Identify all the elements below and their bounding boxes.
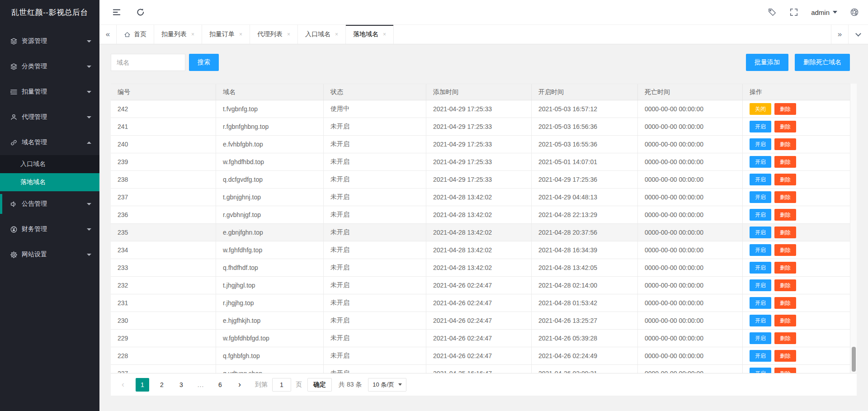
page-button-1[interactable]: 1 <box>136 378 149 392</box>
page-size-select[interactable]: 10 条/页 <box>368 378 406 392</box>
menu-fold-icon[interactable] <box>112 8 121 17</box>
sidebar-item-agent[interactable]: 代理管理 <box>0 104 99 130</box>
page-button-3[interactable]: 3 <box>175 378 188 392</box>
delete-button[interactable]: 删除 <box>774 138 796 150</box>
cell-dead-time: 0000-00-00 00:00:00 <box>638 118 743 135</box>
tab-agent-list[interactable]: 代理列表× <box>250 25 298 44</box>
sidebar-item-site[interactable]: 网站设置 <box>0 242 99 267</box>
delete-button[interactable]: 删除 <box>774 156 796 168</box>
chevron-up-icon <box>87 142 91 144</box>
open-button[interactable]: 开启 <box>750 138 771 150</box>
cell-id: 232 <box>111 277 216 294</box>
sidebar-item-label: 域名管理 <box>22 138 47 146</box>
cell-open-time: 2021-04-26 02:09:21 <box>532 365 638 373</box>
tab-deduct-list[interactable]: 扣量列表× <box>154 25 202 44</box>
sidebar-item-notice[interactable]: 公告管理 <box>0 191 99 217</box>
goto-page-input[interactable] <box>272 378 291 392</box>
tabs-scroll-right-button[interactable]: » <box>831 25 848 44</box>
cell-status: 未开启 <box>324 259 426 276</box>
sidebar-item-label: 分类管理 <box>22 62 47 71</box>
cell-actions: 开启删除 <box>743 312 850 329</box>
delete-button[interactable]: 删除 <box>774 227 796 238</box>
layers-icon <box>10 38 18 45</box>
tab-entry-domain[interactable]: 入口域名× <box>298 25 346 44</box>
cell-id: 227 <box>111 365 216 373</box>
delete-button[interactable]: 删除 <box>774 121 796 132</box>
search-input[interactable] <box>111 54 185 71</box>
sidebar-subitem-landing-domain[interactable]: 落地域名 <box>0 173 99 191</box>
table-row: 240e.fvhbfgbh.top未开启2021-04-29 17:25:332… <box>111 136 850 153</box>
page-button-6[interactable]: 6 <box>213 378 227 392</box>
cell-status: 未开启 <box>324 189 426 206</box>
sidebar-item-finance[interactable]: 财务管理 <box>0 217 99 242</box>
cell-dead-time: 0000-00-00 00:00:00 <box>638 100 743 118</box>
user-menu[interactable]: admin <box>811 9 837 16</box>
table-row: 236r.gvbhnjgf.top未开启2021-04-28 13:42:022… <box>111 206 850 224</box>
open-button[interactable]: 开启 <box>750 279 771 291</box>
tab-close-icon[interactable]: × <box>239 31 242 38</box>
open-button[interactable]: 开启 <box>750 227 771 238</box>
cell-status: 未开启 <box>324 171 426 188</box>
table-row: 237t.gbnjghnj.top未开启2021-04-28 13:42:022… <box>111 189 850 206</box>
page-button-2[interactable]: 2 <box>155 378 169 392</box>
page-prev-button[interactable]: ‹ <box>116 378 130 392</box>
search-button[interactable]: 搜索 <box>189 54 219 71</box>
refresh-icon[interactable] <box>136 8 145 17</box>
delete-button[interactable]: 删除 <box>774 209 796 221</box>
open-button[interactable]: 开启 <box>750 350 771 362</box>
open-button[interactable]: 开启 <box>750 262 771 274</box>
sidebar-item-category[interactable]: 分类管理 <box>0 54 99 79</box>
layers-icon <box>10 63 18 71</box>
delete-button[interactable]: 删除 <box>774 191 796 203</box>
tabs-dropdown-button[interactable] <box>848 25 868 44</box>
delete-button[interactable]: 删除 <box>774 332 796 344</box>
delete-button[interactable]: 删除 <box>774 262 796 274</box>
open-button[interactable]: 开启 <box>750 297 771 309</box>
tab-home[interactable]: 首页 <box>117 25 154 44</box>
delete-dead-domains-button[interactable]: 删除死亡域名 <box>795 54 850 71</box>
cell-domain: e.hjgfhkjh.top <box>216 312 324 329</box>
tab-landing-domain[interactable]: 落地域名× <box>346 25 394 44</box>
batch-add-button[interactable]: 批量添加 <box>746 54 788 71</box>
tab-deduct-orders[interactable]: 扣量订单× <box>202 25 250 44</box>
delete-button[interactable]: 删除 <box>774 297 796 309</box>
delete-button[interactable]: 删除 <box>774 103 796 115</box>
close-button[interactable]: 关闭 <box>750 103 771 115</box>
tab-close-icon[interactable]: × <box>191 31 194 38</box>
tab-close-icon[interactable]: × <box>335 31 338 38</box>
open-button[interactable]: 开启 <box>750 209 771 221</box>
palette-icon[interactable] <box>850 8 859 17</box>
sidebar-item-resource[interactable]: 资源管理 <box>0 28 99 54</box>
delete-button[interactable]: 删除 <box>774 315 796 326</box>
sidebar-item-deduct[interactable]: 扣量管理 <box>0 79 99 104</box>
tabs-scroll-left-button[interactable]: « <box>99 25 117 44</box>
open-button[interactable]: 开启 <box>750 156 771 168</box>
cell-open-time: 2021-04-29 04:48:13 <box>532 189 638 206</box>
tab-close-icon[interactable]: × <box>383 31 386 38</box>
table-scrollbar[interactable] <box>850 84 857 373</box>
sidebar-subitem-entry-domain[interactable]: 入口域名 <box>0 155 99 173</box>
table-scrollbar-thumb[interactable] <box>852 347 856 372</box>
delete-button[interactable]: 删除 <box>774 368 796 373</box>
cell-dead-time: 0000-00-00 00:00:00 <box>638 312 743 329</box>
open-button[interactable]: 开启 <box>750 315 771 326</box>
delete-button[interactable]: 删除 <box>774 279 796 291</box>
tab-close-icon[interactable]: × <box>287 31 290 38</box>
delete-button[interactable]: 删除 <box>774 350 796 362</box>
sidebar-item-domain[interactable]: 域名管理 <box>0 130 99 155</box>
open-button[interactable]: 开启 <box>750 121 771 132</box>
page-next-button[interactable]: › <box>233 378 246 392</box>
confirm-button[interactable]: 确定 <box>307 378 332 392</box>
delete-button[interactable]: 删除 <box>774 244 796 256</box>
open-button[interactable]: 开启 <box>750 368 771 373</box>
open-button[interactable]: 开启 <box>750 332 771 344</box>
sidebar-scrollbar-thumb[interactable] <box>0 194 2 214</box>
tag-icon[interactable] <box>768 8 777 17</box>
open-button[interactable]: 开启 <box>750 174 771 185</box>
column-header-3: 添加时间 <box>426 84 532 100</box>
delete-button[interactable]: 删除 <box>774 174 796 185</box>
table-row: 232t.jhgjhgl.top未开启2021-04-26 02:24:4720… <box>111 277 850 294</box>
open-button[interactable]: 开启 <box>750 244 771 256</box>
open-button[interactable]: 开启 <box>750 191 771 203</box>
fullscreen-icon[interactable] <box>789 8 798 17</box>
